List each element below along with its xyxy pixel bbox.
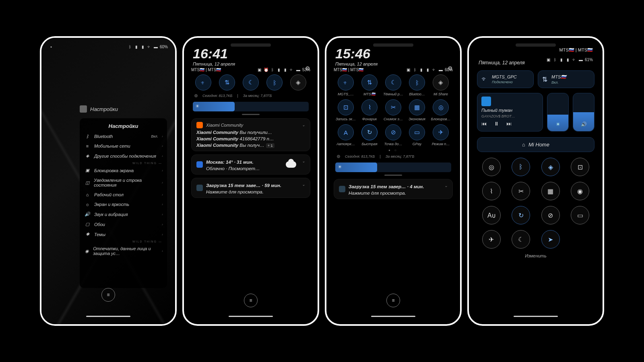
settings-row[interactable]: ⌂Рабочий стол› bbox=[80, 190, 167, 200]
qs-toggle[interactable]: ⇅MTS🇷🇺 bbox=[358, 74, 381, 96]
cc-toggle[interactable]: ◈ bbox=[541, 158, 560, 176]
row-icon: 🔊 bbox=[85, 212, 90, 217]
chevron-down-icon[interactable]: ⌄ bbox=[302, 182, 305, 187]
gesture-bar[interactable] bbox=[229, 316, 273, 317]
qs-toggle[interactable]: ✈Режим п… bbox=[429, 124, 452, 146]
chevron-right-icon: › bbox=[162, 193, 163, 197]
gesture-bar[interactable] bbox=[371, 316, 415, 317]
cc-toggle[interactable]: ◉ bbox=[571, 182, 589, 200]
signal-icon: ▮ bbox=[283, 67, 288, 72]
pause-icon[interactable]: ⏸ bbox=[494, 121, 499, 127]
qs-toggle[interactable]: AАвтоярк… bbox=[334, 124, 357, 146]
cast-icon: ▣ bbox=[406, 67, 411, 72]
qs-toggle[interactable]: ◎Блокиров… bbox=[429, 99, 452, 121]
toggle-icon: ◈ bbox=[433, 74, 449, 90]
qs-toggle[interactable]: ↻Быстрая bbox=[358, 124, 381, 146]
drag-handle[interactable] bbox=[384, 175, 402, 176]
edit-button[interactable]: Изменить bbox=[472, 251, 599, 258]
cc-toggle[interactable]: ᛒ bbox=[512, 158, 530, 176]
qs-toggle[interactable]: ◈Mi Share bbox=[429, 74, 452, 96]
settings-row[interactable]: ◈Другие способы подключения› bbox=[80, 151, 167, 161]
toggle-icon: ⊡ bbox=[338, 99, 354, 115]
qs-toggle[interactable]: ◈ bbox=[287, 74, 310, 90]
quick-settings-row: ᯤMGTS_…⇅MTS🇷🇺☾Тёмный р…ᛒBluetoo…◈Mi Shar… bbox=[330, 73, 457, 98]
qs-toggle[interactable]: ▭GPay bbox=[406, 124, 428, 146]
settings-row[interactable]: ✱Темы› bbox=[80, 229, 167, 239]
gear-icon[interactable]: ⚙ bbox=[305, 65, 310, 72]
toggle-icon: ▦ bbox=[409, 99, 425, 115]
cc-toggle[interactable]: ⊡ bbox=[571, 158, 589, 176]
cc-toggle[interactable]: ▭ bbox=[571, 206, 589, 224]
cc-toggle[interactable]: ⊘ bbox=[541, 206, 560, 224]
chevron-down-icon[interactable]: ⌄ bbox=[302, 159, 305, 163]
qs-toggle[interactable]: ⊡Запись эк… bbox=[334, 99, 357, 121]
app-icon bbox=[339, 186, 345, 192]
settings-row[interactable]: ≡Мобильные сети› bbox=[80, 141, 167, 151]
toggle-icon: ◈ bbox=[290, 74, 306, 90]
wifi-tile[interactable]: ᯤ MGTS_GPCПодключено bbox=[477, 70, 534, 88]
bt-icon: ᛒ bbox=[413, 67, 417, 72]
qs-toggle[interactable]: ☾Тёмный р… bbox=[382, 74, 405, 96]
prev-icon[interactable]: ⏮ bbox=[481, 121, 487, 127]
battery-icon: ▬ bbox=[153, 44, 158, 49]
cast-icon: ▣ bbox=[546, 57, 551, 62]
brightness-slider[interactable]: ☀ bbox=[193, 102, 309, 111]
qs-toggle[interactable]: ᛒBluetoo… bbox=[406, 74, 428, 96]
settings-row[interactable]: ▣Блокировка экрана› bbox=[80, 165, 167, 175]
signal-icon: ▮ bbox=[134, 44, 139, 49]
settings-row[interactable]: ◫Уведомления и строка состояния› bbox=[80, 175, 167, 190]
notification[interactable]: ⌄Загрузка 15 тем заве… · 59 мин.Нажмите … bbox=[191, 178, 310, 198]
cc-toggle[interactable]: ◎ bbox=[482, 158, 501, 176]
cc-toggle[interactable]: ✂ bbox=[512, 182, 530, 200]
chevron-down-icon[interactable]: ⌄ bbox=[444, 183, 448, 188]
qs-toggle[interactable]: ☾ bbox=[239, 74, 262, 90]
data-icon: ⇅ bbox=[542, 76, 547, 83]
next-icon[interactable]: ⏭ bbox=[506, 121, 512, 127]
cc-toggle[interactable]: ⌇ bbox=[482, 182, 501, 200]
cc-toggle[interactable]: ➤ bbox=[541, 230, 560, 249]
cc-toggle[interactable]: ✈ bbox=[482, 230, 501, 249]
wifi-icon: ᯤ bbox=[432, 67, 437, 72]
clear-all-button[interactable]: ≡ bbox=[244, 294, 258, 307]
album-art bbox=[481, 97, 491, 106]
clear-all-button[interactable]: ≡ bbox=[386, 294, 400, 307]
notification[interactable]: ⌄Xiaomi CommunityXiaomi Community Вы пол… bbox=[191, 118, 310, 151]
cc-toggle[interactable]: Aᴜ bbox=[482, 206, 501, 224]
cc-toggle[interactable]: ▦ bbox=[541, 182, 560, 200]
settings-row[interactable]: ▢Обои› bbox=[80, 219, 167, 229]
chevron-right-icon: › bbox=[162, 202, 163, 206]
status-bar: ▪ ᛒ ▮ ▮ ᯤ ▬ 60% bbox=[45, 42, 172, 50]
cc-toggle[interactable]: ☾ bbox=[512, 230, 530, 249]
gesture-bar[interactable] bbox=[514, 316, 558, 317]
qs-toggle[interactable]: ᛒ bbox=[263, 74, 286, 90]
clear-recents-button[interactable]: ≡ bbox=[101, 288, 115, 302]
gesture-bar[interactable] bbox=[86, 316, 130, 317]
drag-handle[interactable] bbox=[242, 114, 260, 115]
settings-row[interactable]: 🔊Звук и вибрация› bbox=[80, 209, 167, 219]
brightness-icon: ☀ bbox=[338, 164, 342, 170]
qs-toggle[interactable]: ⌇Фонарик bbox=[358, 99, 381, 121]
notification[interactable]: ⌄Москва: 14° · 31 мин.Облачно · Посмотре… bbox=[191, 154, 310, 175]
brightness-slider[interactable]: ☀ bbox=[335, 162, 451, 172]
media-tile[interactable]: Пьяный туман GAYAZOV$ BROT… ⏮ ⏸ ⏭ bbox=[477, 93, 543, 132]
mobile-data-tile[interactable]: ⇅ MTS🇷🇺Вкл. bbox=[538, 70, 594, 88]
recents-card[interactable]: Настройки ᛒBluetoothВкл.›≡Мобильные сети… bbox=[80, 118, 167, 288]
qs-toggle[interactable]: ⇅ bbox=[216, 74, 238, 90]
gear-icon[interactable]: ⚙ bbox=[448, 65, 453, 72]
notification-themes[interactable]: Загрузка 15 тем завер… · 4 мин. Нажмите … bbox=[334, 179, 453, 199]
qs-toggle[interactable]: ✂Снимок э… bbox=[382, 99, 405, 121]
mihome-tile[interactable]: ⌂ Mi Home bbox=[477, 137, 594, 152]
settings-row[interactable]: ᛒBluetoothВкл.› bbox=[80, 132, 167, 141]
settings-row[interactable]: ◉Отпечатки, данные лица и защита ус…› bbox=[80, 244, 167, 258]
qs-toggle[interactable]: ▦Экономия bbox=[406, 99, 428, 121]
qs-toggle[interactable]: ᯤMGTS_… bbox=[334, 74, 357, 96]
volume-slider[interactable]: 🔊 bbox=[573, 93, 594, 132]
brightness-slider[interactable]: ☀ bbox=[547, 93, 569, 132]
chevron-down-icon[interactable]: ⌄ bbox=[302, 123, 305, 127]
settings-row[interactable]: ☼Экран и яркость› bbox=[80, 200, 167, 209]
qs-toggle[interactable]: ⊘Точка до… bbox=[382, 124, 405, 146]
chevron-right-icon: › bbox=[162, 154, 163, 158]
cc-toggle[interactable]: ↻ bbox=[512, 206, 530, 224]
mihome-icon: ⌂ bbox=[522, 142, 525, 148]
qs-toggle[interactable]: ᯤ bbox=[192, 74, 215, 90]
